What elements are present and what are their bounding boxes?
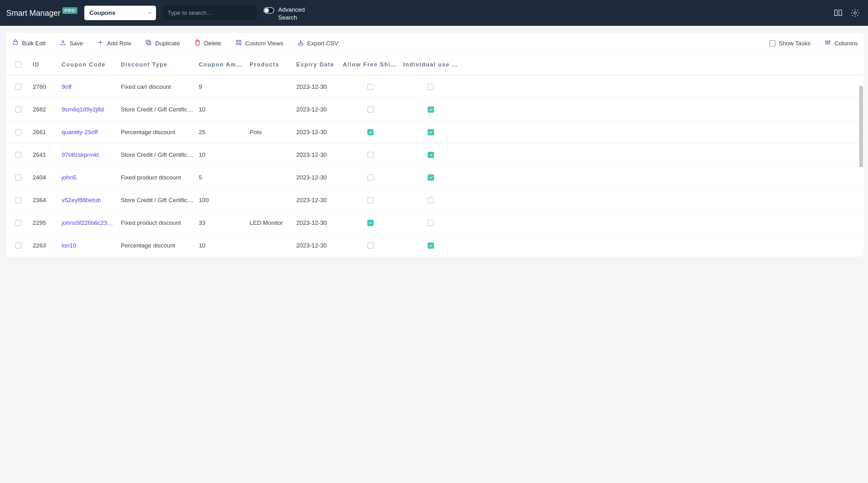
cell-dtype[interactable]: Percentage discount (118, 242, 196, 249)
cell-freeship[interactable] (340, 84, 401, 90)
book-icon[interactable] (833, 8, 843, 18)
table-row[interactable]: 2661 quantity-25off Percentage discount … (6, 121, 864, 143)
freeship-checkbox[interactable] (367, 152, 374, 158)
cell-id[interactable]: 2641 (30, 151, 59, 159)
cell-individual[interactable] (401, 84, 461, 90)
duplicate-button[interactable]: Duplicate (145, 39, 180, 48)
row-select-cell[interactable] (6, 220, 30, 226)
row-checkbox[interactable] (15, 107, 21, 113)
cell-dtype[interactable]: Percentage discount (118, 129, 196, 136)
table-row[interactable]: 2295 johns5f226b6c23385 Fixed product di… (6, 211, 864, 234)
freeship-checkbox[interactable] (367, 243, 374, 249)
entity-selector[interactable]: Coupons (84, 6, 156, 20)
table-row[interactable]: 2263 lori10 Percentage discount 10 2023-… (6, 234, 864, 257)
cell-id[interactable]: 2295 (30, 220, 59, 226)
individual-checkbox[interactable] (428, 197, 434, 203)
cell-individual[interactable] (401, 107, 461, 113)
table-row[interactable]: 2404 john5 Fixed product discount 5 2023… (6, 166, 864, 189)
col-individual[interactable]: Individual use only (401, 61, 461, 68)
freeship-checkbox[interactable] (367, 197, 374, 203)
col-amount[interactable]: Coupon Amount (196, 61, 247, 68)
col-products[interactable]: Products (247, 61, 294, 68)
cell-expiry[interactable]: 2023-12-30 (294, 242, 340, 249)
cell-freeship[interactable] (340, 174, 401, 181)
freeship-checkbox[interactable] (367, 84, 374, 90)
cell-freeship[interactable] (340, 152, 401, 158)
cell-dtype[interactable]: Store Credit / Gift Certificate (118, 151, 196, 159)
cell-expiry[interactable]: 2023-12-30 (294, 220, 340, 226)
col-id[interactable]: ID (30, 61, 59, 68)
gear-icon[interactable] (850, 8, 860, 18)
cell-amount[interactable]: 25 (196, 129, 247, 136)
add-row-button[interactable]: Add Row (97, 39, 131, 48)
cell-amount[interactable]: 100 (196, 197, 247, 204)
individual-checkbox[interactable] (428, 220, 434, 226)
cell-individual[interactable] (401, 129, 461, 135)
individual-checkbox[interactable] (428, 243, 434, 249)
table-row[interactable]: 2641 97t4fzskprmkt Store Credit / Gift C… (6, 143, 864, 166)
row-select-cell[interactable] (6, 197, 30, 203)
cell-amount[interactable]: 5 (196, 174, 247, 181)
cell-code[interactable]: 9sm6q1d9y2j8d (59, 106, 118, 113)
row-checkbox[interactable] (15, 152, 21, 158)
cell-expiry[interactable]: 2023-12-30 (294, 83, 340, 90)
row-checkbox[interactable] (15, 220, 21, 226)
row-select-cell[interactable] (6, 152, 30, 158)
row-select-cell[interactable] (6, 107, 30, 113)
cell-individual[interactable] (401, 174, 461, 181)
col-expiry[interactable]: Expiry Date (294, 61, 340, 68)
cell-dtype[interactable]: Store Credit / Gift Certificate (118, 106, 196, 113)
cell-id[interactable]: 2263 (30, 242, 59, 249)
cell-freeship[interactable] (340, 243, 401, 249)
cell-freeship[interactable] (340, 107, 401, 113)
columns-button[interactable]: Columns (824, 39, 858, 48)
cell-dtype[interactable]: Fixed product discount (118, 220, 196, 226)
cell-id[interactable]: 2760 (30, 83, 59, 90)
col-code[interactable]: Coupon Code (59, 61, 118, 68)
cell-code[interactable]: quantity-25off (59, 129, 118, 136)
cell-products[interactable]: Polo (247, 129, 294, 136)
row-select-cell[interactable] (6, 243, 30, 249)
select-all-cell[interactable] (6, 61, 30, 68)
cell-individual[interactable] (401, 220, 461, 226)
cell-code[interactable]: v52eyf88betub (59, 197, 118, 204)
individual-checkbox[interactable] (428, 84, 434, 90)
row-select-cell[interactable] (6, 129, 30, 135)
cell-amount[interactable]: 33 (196, 220, 247, 226)
cell-amount[interactable]: 10 (196, 242, 247, 249)
custom-views-button[interactable]: Custom Views (235, 39, 283, 48)
cell-code[interactable]: lori10 (59, 242, 118, 249)
show-tasks-checkbox[interactable]: Show Tasks (769, 40, 810, 47)
row-checkbox[interactable] (15, 197, 21, 203)
individual-checkbox[interactable] (428, 107, 434, 113)
cell-code[interactable]: 9off (59, 83, 118, 90)
individual-checkbox[interactable] (428, 152, 434, 158)
cell-dtype[interactable]: Store Credit / Gift Certificate (118, 197, 196, 204)
table-row[interactable]: 2760 9off Fixed cart discount 9 2023-12-… (6, 75, 864, 98)
cell-id[interactable]: 2661 (30, 129, 59, 136)
cell-code[interactable]: 97t4fzskprmkt (59, 151, 118, 159)
bulk-edit-button[interactable]: Bulk Edit (12, 39, 45, 48)
cell-dtype[interactable]: Fixed cart discount (118, 83, 196, 90)
cell-id[interactable]: 2682 (30, 106, 59, 113)
cell-expiry[interactable]: 2023-12-30 (294, 106, 340, 113)
row-select-cell[interactable] (6, 174, 30, 181)
cell-code[interactable]: johns5f226b6c23385 (59, 220, 118, 226)
cell-dtype[interactable]: Fixed product discount (118, 174, 196, 181)
cell-freeship[interactable] (340, 197, 401, 203)
cell-id[interactable]: 2404 (30, 174, 59, 181)
freeship-checkbox[interactable] (367, 129, 374, 135)
select-all-checkbox[interactable] (15, 61, 21, 68)
search-input[interactable] (163, 6, 257, 20)
freeship-checkbox[interactable] (367, 220, 374, 226)
individual-checkbox[interactable] (428, 174, 434, 181)
cell-individual[interactable] (401, 197, 461, 203)
row-checkbox[interactable] (15, 84, 21, 90)
cell-code[interactable]: john5 (59, 174, 118, 181)
row-checkbox[interactable] (15, 174, 21, 181)
vertical-scrollbar[interactable] (859, 86, 863, 168)
cell-expiry[interactable]: 2023-12-30 (294, 151, 340, 159)
row-checkbox[interactable] (15, 243, 21, 249)
cell-amount[interactable]: 10 (196, 151, 247, 159)
table-row[interactable]: 2364 v52eyf88betub Store Credit / Gift C… (6, 189, 864, 211)
